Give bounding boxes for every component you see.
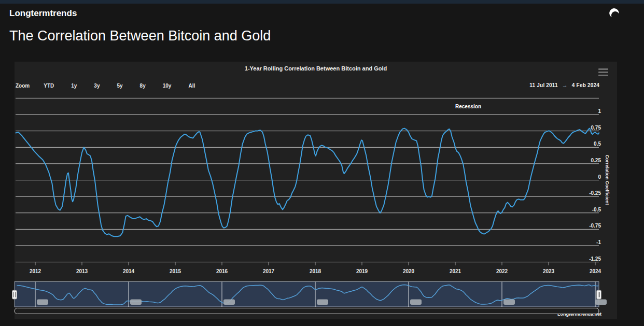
chart-panel: 1-Year Rolling Correlation Between Bitco… [15,62,617,319]
chart-context-menu-button[interactable] [598,68,611,78]
chart-legend: Recession [429,101,507,110]
navigator-right-handle[interactable] [597,290,601,299]
horizontal-scrollbar[interactable] [15,308,599,314]
range-button-ytd[interactable]: YTD [40,82,57,90]
chart-title: 1-Year Rolling Correlation Between Bitco… [15,65,617,72]
range-button-10y[interactable]: 10y [160,82,175,90]
brand-logo[interactable]: Longtermtrends [9,8,77,19]
range-button-all[interactable]: All [185,82,198,90]
range-button-1y[interactable]: 1y [68,82,80,90]
navigator-track[interactable] [15,282,599,307]
navigator-left-handle[interactable] [12,290,17,299]
top-window-strip [0,0,644,4]
range-button-3y[interactable]: 3y [91,82,103,90]
moon-icon [607,7,621,21]
hamburger-menu-icon [598,68,611,76]
theme-toggle-button[interactable] [606,6,622,23]
range-button-8y[interactable]: 8y [137,82,149,90]
arrow-right-icon: → [562,82,568,88]
page: Longtermtrends The Correlation Between B… [0,0,644,326]
range-selector: Zoom YTD 1y 3y 5y 8y 10y All [16,82,198,90]
page-title: The Correlation Between Bitcoin and Gold [9,28,271,44]
legend-item-recession[interactable]: Recession [455,104,481,109]
date-to-input[interactable]: 4 Feb 2024 [572,82,599,88]
zoom-label: Zoom [16,83,30,89]
range-button-5y[interactable]: 5y [114,82,125,90]
date-range-display: 11 Jul 2011 → 4 Feb 2024 [529,82,599,88]
date-from-input[interactable]: 11 Jul 2011 [529,82,557,88]
